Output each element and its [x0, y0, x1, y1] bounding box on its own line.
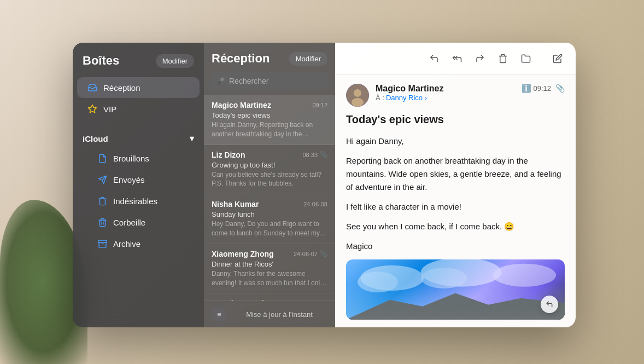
- email-meta: Magico Martinez À : Danny Rico ›: [376, 84, 515, 102]
- detail-subject: Today's epic views: [346, 113, 565, 126]
- send-icon: [97, 174, 108, 185]
- sidebar-item-indesirables[interactable]: Indésirables: [87, 190, 190, 211]
- filter-icon[interactable]: ≡: [212, 307, 227, 322]
- attachment-indicator: 📎: [555, 84, 565, 93]
- sidebar-reception-label: Réception: [103, 83, 140, 93]
- inbox-icon: [87, 82, 98, 93]
- email-body: Hi again Danny, Reporting back on anothe…: [346, 135, 565, 253]
- email-attachment-image: [346, 259, 565, 320]
- svg-marker-0: [89, 105, 97, 113]
- middle-modifier-button[interactable]: Modifier: [289, 52, 327, 66]
- microphone-icon: 🎤: [216, 77, 225, 85]
- middle-title: Réception: [212, 51, 270, 66]
- detail-to-field: À : Danny Rico ›: [376, 94, 515, 102]
- sidebar-item-reception[interactable]: Réception: [77, 77, 200, 98]
- svg-point-14: [493, 264, 556, 287]
- sidebar-vip-label: VIP: [103, 105, 116, 114]
- sidebar-item-envoyes[interactable]: Envoyés: [87, 169, 190, 190]
- email-item-5[interactable]: Jasmine Garcia 24-06-06 📎 Special guests…: [204, 293, 335, 301]
- sender-avatar: [346, 84, 369, 107]
- icloud-items: Brouillons Envoyés: [83, 148, 194, 254]
- sidebar-item-archive[interactable]: Archive: [87, 233, 190, 254]
- svg-point-9: [352, 98, 364, 107]
- sidebar-header: Boîtes Modifier: [73, 54, 204, 77]
- email-item-4[interactable]: Xiaomeng Zhong 24-06-07 📎 Dinner at the …: [204, 244, 335, 294]
- doc-icon: [97, 153, 108, 164]
- attachment-icon: 📎: [320, 151, 327, 158]
- email-detail-panel: Magico Martinez À : Danny Rico › ℹ️ 09:1…: [335, 43, 576, 327]
- bottom-bar: ≡ Mise à jour à l'instant: [204, 301, 335, 327]
- sidebar-item-corbeille[interactable]: Corbeille: [87, 212, 190, 233]
- middle-header: Réception Modifier: [204, 43, 335, 72]
- star-icon: [87, 103, 98, 114]
- detail-content: Magico Martinez À : Danny Rico › ℹ️ 09:1…: [335, 75, 576, 327]
- move-to-folder-button[interactable]: [517, 49, 535, 68]
- spam-icon: [97, 195, 108, 206]
- info-icon: ℹ️: [522, 84, 531, 93]
- compose-button[interactable]: [548, 49, 567, 68]
- svg-point-13: [421, 268, 467, 288]
- email-list: Magico Martinez 09:12 Today's epic views…: [204, 95, 335, 301]
- detail-to-address[interactable]: Danny Rico ›: [386, 94, 427, 102]
- sidebar-title: Boîtes: [83, 54, 119, 68]
- svg-point-11: [358, 271, 398, 292]
- image-reply-button[interactable]: [541, 296, 558, 313]
- search-bar[interactable]: 🎤: [209, 72, 330, 90]
- search-input[interactable]: [229, 77, 325, 85]
- sidebar-modifier-button[interactable]: Modifier: [156, 54, 194, 68]
- update-label: Mise à jour à l'instant: [231, 310, 327, 319]
- archive-icon: [97, 238, 108, 249]
- email-item-1[interactable]: Magico Martinez 09:12 Today's epic views…: [204, 95, 335, 145]
- email-item-3[interactable]: Nisha Kumar 24-06-08 Sunday lunch Hey Da…: [204, 194, 335, 244]
- icloud-section-header[interactable]: iCloud ▾: [83, 130, 194, 147]
- svg-point-8: [354, 89, 361, 97]
- icloud-section: iCloud ▾ Brouillons: [73, 126, 204, 259]
- detail-toolbar: [335, 43, 576, 75]
- svg-rect-5: [98, 240, 107, 242]
- email-detail-header: Magico Martinez À : Danny Rico › ℹ️ 09:1…: [346, 84, 565, 107]
- attachment-icon-2: 📎: [320, 250, 327, 257]
- sidebar-item-brouillons[interactable]: Brouillons: [87, 148, 190, 169]
- sidebar-item-vip[interactable]: VIP: [77, 99, 200, 119]
- app-container: Boîtes Modifier Réception VIP iCloud: [73, 43, 576, 327]
- trash-icon: [97, 217, 108, 228]
- delete-button[interactable]: [494, 49, 512, 68]
- detail-time-area: ℹ️ 09:12 📎: [522, 84, 565, 93]
- sidebar: Boîtes Modifier Réception VIP iCloud: [73, 43, 204, 327]
- email-list-panel: Réception Modifier 🎤 Magico Martinez 09:…: [204, 43, 335, 327]
- detail-time: ℹ️ 09:12: [522, 84, 551, 93]
- detail-sender-name: Magico Martinez: [376, 84, 515, 94]
- reply-button[interactable]: [425, 49, 443, 68]
- reply-all-button[interactable]: [448, 49, 466, 68]
- email-item-2[interactable]: Liz Dizon 08:33 📎 Growing up too fast! C…: [204, 145, 335, 195]
- forward-button[interactable]: [471, 49, 489, 68]
